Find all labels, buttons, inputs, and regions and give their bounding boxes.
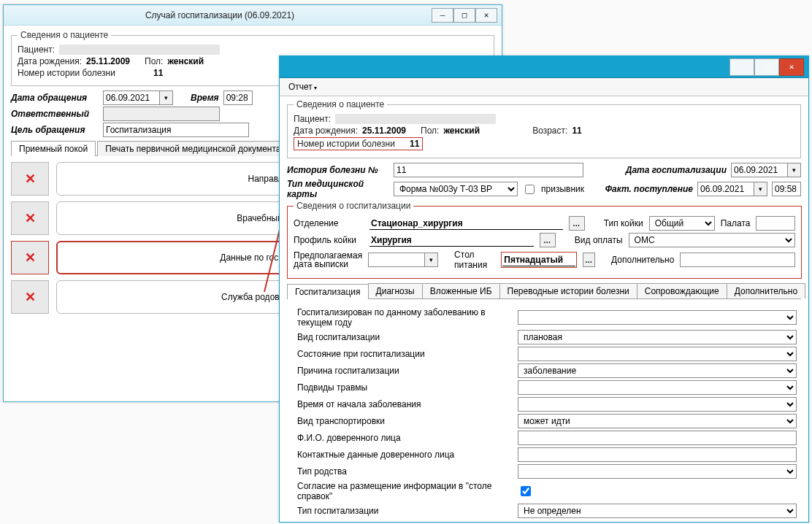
extra-label: Дополнительно	[611, 255, 674, 265]
fact-date-input[interactable]	[697, 182, 754, 196]
win2-patient-label: Пациент:	[294, 114, 331, 124]
win1-sex-label: Пол:	[145, 56, 163, 66]
f-trauma-label: Подвиды травмы	[291, 382, 518, 393]
f-consent-label: Согласие на размещение информации в "сто…	[291, 481, 518, 501]
conscript-label: призывник	[541, 184, 584, 194]
win2-age-value: 11	[572, 126, 581, 136]
detail-tabs: Госпитализация Диагнозы Вложенные ИБ Пер…	[287, 283, 801, 299]
history-no-highlight: Номер истории болезни 11	[294, 137, 423, 150]
win2-titlebar[interactable]: — □ ✕	[280, 56, 808, 78]
win2-history-no-label: Номер истории болезни	[297, 139, 395, 149]
win1-min-button[interactable]: —	[432, 8, 453, 23]
appeal-date-dropdown[interactable]: ▾	[160, 90, 173, 105]
tab-reception[interactable]: Приемный покой	[11, 141, 96, 156]
tab-print-docs[interactable]: Печать первичной медицинской документаци…	[97, 141, 304, 156]
appeal-time-label: Время	[191, 93, 219, 103]
f-trauma-select[interactable]	[518, 380, 797, 395]
history-num-input[interactable]	[394, 163, 583, 177]
f-trustee-label: Ф.И.О. доверенного лица	[291, 433, 518, 443]
tab-nested-ib[interactable]: Вложенные ИБ	[422, 283, 500, 298]
appeal-time-input[interactable]	[223, 90, 253, 105]
hosp-delete-button[interactable]: ✕	[11, 241, 49, 274]
exam-delete-button[interactable]: ✕	[11, 201, 49, 235]
win2-title	[284, 62, 729, 72]
f-state-select[interactable]	[518, 347, 797, 361]
f-relation-select[interactable]	[518, 464, 797, 479]
win2-sex-value: женский	[443, 126, 480, 136]
tab-accompanying[interactable]: Сопровождающие	[637, 283, 727, 298]
purpose-input[interactable]	[103, 123, 249, 137]
department-input[interactable]	[369, 217, 563, 230]
bed-profile-label: Профиль койки	[294, 235, 364, 245]
f-hosp-type-select[interactable]: Не определен	[518, 504, 797, 518]
hospitalization-info-fieldset: Сведения о госпитализации Отделение … Ти…	[287, 201, 802, 279]
win2-min-button[interactable]: —	[729, 58, 754, 76]
fact-admission-label: Факт. поступление	[605, 184, 693, 194]
card-type-label: Тип медицинской карты	[287, 179, 389, 199]
payment-select[interactable]: ОМС	[629, 233, 796, 247]
card-type-select[interactable]: Форма №003у Т-03 ВР	[394, 182, 518, 196]
hospitalization-info-legend: Сведения о госпитализации	[294, 201, 413, 211]
ward-input[interactable]	[756, 216, 795, 231]
tab-transfer-histories[interactable]: Переводные истории болезни	[499, 283, 637, 298]
f-trustee-contact-label: Контактные данные доверенного лица	[291, 450, 518, 460]
f-hosp-kind-label: Вид госпитализации	[291, 332, 518, 342]
maternity-delete-button[interactable]: ✕	[11, 280, 49, 314]
win2-patient-legend: Сведения о пациенте	[294, 99, 387, 109]
f-consent-checkbox[interactable]	[521, 486, 531, 496]
win1-titlebar[interactable]: Случай госпитализации (06.09.2021) — □ ✕	[4, 5, 502, 26]
diet-table-browse-button[interactable]: …	[583, 253, 595, 267]
bed-profile-input[interactable]	[369, 234, 534, 247]
department-label: Отделение	[294, 218, 364, 228]
conscript-checkbox[interactable]	[525, 185, 535, 194]
win1-history-no-value: 11	[153, 68, 163, 78]
win1-patient-legend: Сведения о пациенте	[18, 30, 111, 40]
payment-label: Вид оплаты	[575, 235, 623, 245]
f-reason-label: Причина госпитализации	[291, 366, 518, 376]
hosp-date-input[interactable]	[731, 163, 788, 177]
diet-table-input[interactable]	[502, 253, 575, 266]
win1-history-no-label: Номер истории болезни	[18, 68, 115, 78]
tab-hospitalization[interactable]: Госпитализация	[287, 284, 369, 299]
extra-input[interactable]	[680, 253, 795, 267]
direction-delete-button[interactable]: ✕	[11, 162, 49, 196]
appeal-date-input[interactable]	[103, 90, 160, 105]
win2-menubar: Отчет	[280, 78, 808, 96]
f-hosp-year-label: Госпитализирован по данному заболеванию …	[291, 307, 518, 328]
discharge-date-input[interactable]	[368, 253, 425, 267]
f-relation-label: Тип родства	[291, 466, 518, 477]
menu-report[interactable]: Отчет	[286, 80, 320, 93]
win1-patient-name-redacted	[59, 45, 220, 55]
f-hosp-year-select[interactable]	[518, 310, 797, 325]
win2-dob-label: Дата рождения:	[294, 126, 358, 136]
bed-profile-browse-button[interactable]: …	[540, 233, 556, 247]
tab-diagnoses[interactable]: Диагнозы	[368, 283, 423, 298]
bed-type-select[interactable]: Общий	[649, 216, 715, 231]
diet-table-label: Стол питания	[454, 250, 495, 270]
win2-max-button[interactable]: □	[754, 58, 779, 76]
discharge-date-dropdown[interactable]: ▾	[425, 253, 438, 267]
win2-patient-fieldset: Сведения о пациенте Пациент: Дата рожден…	[287, 99, 801, 158]
tab-additional[interactable]: Дополнительно	[727, 283, 805, 298]
f-transport-select[interactable]: может идти	[518, 414, 797, 428]
win1-close-button[interactable]: ✕	[475, 8, 497, 23]
win2-close-button[interactable]: ✕	[779, 58, 804, 76]
f-hosp-kind-select[interactable]: плановая	[518, 330, 797, 344]
fact-time-input[interactable]	[772, 182, 801, 196]
f-trustee-contact-input[interactable]	[518, 447, 797, 462]
win1-title: Случай госпитализации (06.09.2021)	[8, 10, 432, 20]
appeal-date-label: Дата обращения	[11, 93, 99, 103]
win1-max-button[interactable]: □	[453, 8, 475, 23]
hosp-date-label: Дата госпитализации	[626, 165, 727, 175]
win1-sex-value: женский	[167, 56, 204, 66]
win1-patient-label: Пациент:	[18, 45, 55, 55]
f-onset-select[interactable]	[518, 397, 797, 412]
f-trustee-input[interactable]	[518, 431, 797, 445]
hosp-date-dropdown[interactable]: ▾	[788, 163, 801, 177]
fact-date-dropdown[interactable]: ▾	[754, 182, 767, 196]
discharge-label: Предполагаемаядата выписки	[294, 251, 362, 269]
f-reason-select[interactable]: заболевание	[518, 363, 797, 378]
bed-type-label: Тип койки	[604, 218, 643, 228]
department-browse-button[interactable]: …	[569, 216, 585, 231]
responsible-input[interactable]	[103, 107, 220, 121]
